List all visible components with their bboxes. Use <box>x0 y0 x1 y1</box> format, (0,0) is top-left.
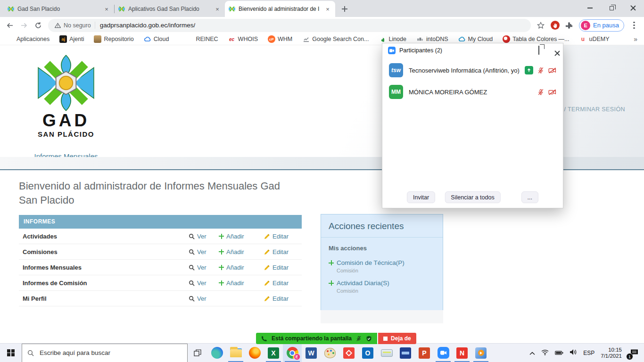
window-minimize-button[interactable] <box>579 0 601 16</box>
battery-indicator[interactable] <box>555 349 563 357</box>
site-logo[interactable]: GAD SAN PLÁCIDO <box>19 52 113 148</box>
bookmarks-overflow-chevron[interactable]: » <box>634 35 637 43</box>
recent-action-link[interactable]: Comisión de Técnica(P) <box>329 259 435 266</box>
start-button[interactable] <box>0 344 22 362</box>
view-link[interactable]: Ver <box>189 295 219 302</box>
tab-close-icon[interactable]: × <box>103 5 110 13</box>
edit-link[interactable]: Editar <box>264 248 302 255</box>
taskbar-app-media-player[interactable] <box>471 344 490 362</box>
url-text[interactable]: gadprsanplacido.gob.ec/informes/ <box>100 22 196 29</box>
action-center-button[interactable]: 1 <box>628 347 640 359</box>
bookmark-tabla-de-colores[interactable]: Tabla de Colores —... <box>503 35 569 43</box>
edit-link[interactable]: Editar <box>264 264 302 271</box>
edit-link[interactable]: Editar <box>264 280 302 287</box>
taskbar-app-paint[interactable] <box>321 344 339 362</box>
address-bar[interactable]: No seguro gadprsanplacido.gob.ec/informe… <box>48 19 531 32</box>
bookmark-cloud[interactable]: Cloud <box>144 35 169 43</box>
search-console-icon <box>302 35 310 43</box>
extensions-button[interactable] <box>562 18 576 33</box>
add-link[interactable]: Añadir <box>219 280 264 287</box>
taskbar-app-edge[interactable] <box>207 344 226 362</box>
wifi-indicator[interactable] <box>541 349 549 357</box>
add-link[interactable]: Añadir <box>219 248 264 255</box>
bookmark-aplicaciones[interactable]: Aplicaciones <box>7 35 50 43</box>
taskbar-search[interactable] <box>22 344 188 362</box>
bookmark-repositorio[interactable]: Repositorio <box>94 35 133 43</box>
mute-all-button[interactable]: Silenciar a todos <box>445 191 500 203</box>
window-close-button[interactable] <box>622 0 644 16</box>
bookmark-linode[interactable]: Linode <box>379 35 406 43</box>
add-link[interactable]: Añadir <box>219 264 264 271</box>
bookmark-my-cloud[interactable]: My Cloud <box>458 35 493 43</box>
zoom-maximize-button[interactable] <box>538 46 539 55</box>
tab-gad-san-placido[interactable]: Gad San Placido × <box>4 1 114 17</box>
back-button[interactable] <box>3 18 17 33</box>
window-maximize-button[interactable] <box>601 0 622 16</box>
participant-row-guest[interactable]: MM MÓNICA MOREIRA GÓMEZ <box>382 83 563 101</box>
tray-expand-button[interactable] <box>529 349 535 357</box>
profile-button[interactable]: E En pausa <box>579 19 624 32</box>
taskbar-app-zoom[interactable] <box>434 344 453 362</box>
bookmark-star-button[interactable] <box>534 18 548 33</box>
row-label[interactable]: Comisiones <box>19 248 189 255</box>
bookmark-reinec[interactable]: REINEC <box>196 36 218 42</box>
security-label[interactable]: No seguro <box>64 22 91 29</box>
stop-sharing-button[interactable]: Deja de <box>378 333 416 344</box>
adblock-extension-button[interactable] <box>548 18 562 33</box>
informes-caption[interactable]: INFORMES <box>19 215 302 229</box>
taskbar-app-excel[interactable]: X <box>264 344 283 362</box>
volume-indicator[interactable] <box>570 349 577 357</box>
taskbar-app-file-explorer[interactable] <box>226 344 245 362</box>
recent-action-link[interactable]: Actividad Diaria(S) <box>329 280 435 287</box>
taskbar-app-scanner-2[interactable] <box>396 344 415 362</box>
mic-muted-icon <box>537 67 544 74</box>
edge-icon <box>211 347 223 359</box>
reload-button[interactable] <box>31 18 45 33</box>
participant-row-host[interactable]: tsw Tecnoserviweb Informática (Anfitrión… <box>382 61 563 79</box>
row-label[interactable]: Informes Mensuales <box>19 264 189 271</box>
taskbar-app-nitro-pdf[interactable]: N <box>453 344 471 362</box>
taskbar-app-anydesk[interactable] <box>339 344 358 362</box>
forward-button[interactable] <box>17 18 31 33</box>
row-label[interactable]: Informes de Comisión <box>19 280 189 287</box>
taskbar-app-word[interactable]: W <box>302 344 321 362</box>
bookmark-whm[interactable]: cP WHM <box>268 35 292 43</box>
plus-icon <box>342 6 347 12</box>
bookmark-google-search-console[interactable]: Google Search Con... <box>302 35 369 43</box>
clock[interactable]: 10:15 7/1/2021 <box>601 347 622 359</box>
site-title-link[interactable]: Informes Mensuales <box>19 152 113 160</box>
task-view-button[interactable] <box>188 344 207 362</box>
table-row-mi-perfil: Mi Perfil Ver Editar <box>19 291 302 306</box>
zoom-panel-titlebar[interactable]: Participantes (2) <box>382 43 563 58</box>
view-link[interactable]: Ver <box>189 233 219 240</box>
view-link[interactable]: Ver <box>189 264 219 271</box>
language-indicator[interactable]: ESP <box>583 350 594 356</box>
table-row-informes-de-comision: Informes de Comisión Ver Añadir Editar <box>19 275 302 291</box>
row-label[interactable]: Actividades <box>19 233 189 240</box>
view-link[interactable]: Ver <box>189 248 219 255</box>
bookmark-udemy[interactable]: u uDEMY <box>579 35 610 43</box>
view-link[interactable]: Ver <box>189 280 219 287</box>
add-link[interactable]: Añadir <box>219 233 264 240</box>
taskbar-app-powerpoint[interactable]: P <box>415 344 434 362</box>
taskbar-app-firefox[interactable] <box>245 344 264 362</box>
tab-close-icon[interactable]: × <box>324 5 331 13</box>
taskbar-app-outlook[interactable]: O <box>358 344 377 362</box>
bookmark-whois[interactable]: ec WHOIS <box>228 35 258 43</box>
edit-link[interactable]: Editar <box>264 233 302 240</box>
tab-aplicativos[interactable]: Aplicativos Gad San Placido × <box>115 1 225 17</box>
bookmark-ajenti[interactable]: aj Ajenti <box>59 35 84 43</box>
edit-link[interactable]: Editar <box>264 295 302 302</box>
tab-bienvenido-active[interactable]: Bienvenido al administrador de I × <box>225 1 335 17</box>
tab-close-icon[interactable]: × <box>214 5 221 13</box>
new-tab-button[interactable] <box>338 2 351 16</box>
taskbar-app-chrome[interactable]: E <box>283 344 302 362</box>
row-label[interactable]: Mi Perfil <box>19 295 189 302</box>
invite-button[interactable]: Invitar <box>407 191 435 203</box>
session-links[interactable]: ÑA / TERMINAR SESIÓN <box>554 106 625 113</box>
bookmark-intodns[interactable]: intoDNS <box>416 35 448 43</box>
more-options-button[interactable]: ... <box>521 191 538 203</box>
search-input[interactable] <box>39 349 182 357</box>
taskbar-app-scanner-1[interactable] <box>377 344 396 362</box>
chrome-menu-button[interactable] <box>627 18 641 33</box>
